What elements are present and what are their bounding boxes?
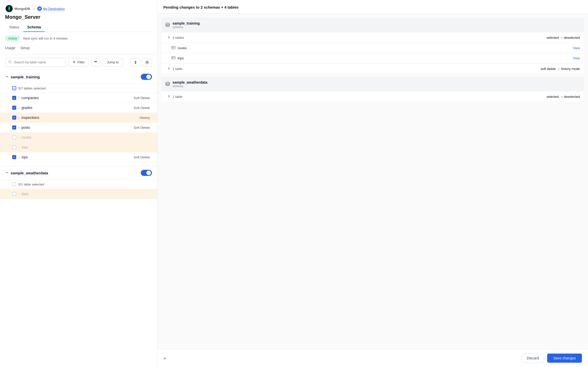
chevron-posts[interactable]: ›	[18, 125, 20, 130]
schema-card-sub-training: schema	[172, 25, 200, 29]
table-change-name-routes: routes	[178, 46, 573, 50]
checkbox-partial-weather[interactable]	[12, 182, 16, 186]
chevron-zips[interactable]: ›	[18, 155, 20, 159]
table-name-zips: zips	[22, 155, 134, 159]
status-bar: Active Next sync will run in 4 minutes	[0, 32, 157, 45]
sync-text: Next sync will run in 4 minutes	[23, 36, 67, 40]
checkbox-inspections[interactable]	[12, 116, 16, 120]
chevron-inspections[interactable]: ›	[18, 116, 20, 120]
search-box[interactable]	[5, 58, 66, 67]
checkbox-data[interactable]	[12, 192, 16, 196]
expand-button[interactable]: »	[163, 356, 166, 361]
mongodb-icon	[5, 5, 13, 13]
table-row-companies: › companies Soft Delete	[0, 93, 157, 103]
partial-select-training: 5/7 tables selected	[0, 84, 157, 93]
destination-link[interactable]: M My Destination	[37, 6, 65, 11]
main-tabs: Status Schema	[5, 23, 152, 32]
table-row-zips: › zips Soft Delete	[0, 152, 157, 162]
table-name-data: data	[22, 192, 152, 196]
sub-tabs: Usage Setup	[0, 45, 157, 54]
search-input[interactable]	[14, 60, 63, 64]
collapse-icon	[94, 60, 97, 64]
tables-count-label-3[interactable]: 1 table	[172, 95, 546, 99]
db-icon-training	[165, 23, 170, 28]
chevron-data[interactable]: ›	[18, 192, 20, 196]
breadcrumb: MongoDB → M My Destination	[5, 5, 152, 13]
breadcrumb-arrow: →	[32, 7, 35, 11]
change-row-weather-deselected: 1 table selected → deselected	[161, 91, 584, 102]
filter-icon	[72, 61, 76, 64]
toolbar-right	[131, 58, 152, 67]
schema-card-info-training: sample_training schema	[172, 21, 200, 29]
checkbox-routes[interactable]	[12, 135, 16, 139]
tab-status[interactable]: Status	[5, 23, 23, 32]
settings-button[interactable]	[142, 58, 152, 67]
partial-select-weather: 0/1 table selected	[0, 180, 157, 189]
table-row-trips: › trips	[0, 142, 157, 152]
sort-button[interactable]	[131, 58, 140, 67]
partial-count-training: 5/7 tables selected	[18, 86, 46, 90]
collapse-button[interactable]	[91, 58, 100, 67]
chevron-down-training[interactable]	[5, 75, 9, 79]
toggle-training[interactable]	[141, 74, 152, 80]
checkbox-companies[interactable]	[12, 96, 16, 100]
schema-name-weather: sample_weatherdata	[11, 171, 48, 175]
sync-mode-inspections: History	[140, 116, 150, 120]
pending-title: Pending changes to 2 schemas + 4 tables	[163, 5, 582, 9]
table-change-name-trips: trips	[178, 56, 573, 60]
active-badge: Active	[5, 35, 20, 41]
table-icon-trips	[171, 56, 176, 61]
schema-content: sample_training 5/7 tables selected › co…	[0, 70, 157, 367]
chevron-right-change2[interactable]	[167, 67, 170, 71]
db-icon-weather	[165, 82, 170, 87]
table-row-inspections: › inspections History	[0, 113, 157, 123]
svg-rect-7	[172, 46, 175, 49]
table-name-grades: grades	[22, 106, 134, 110]
tables-count-label-1[interactable]: 2 tables	[172, 36, 546, 40]
tab-usage[interactable]: Usage	[5, 45, 15, 51]
chevron-right-change3[interactable]	[167, 95, 170, 99]
toggle-weather[interactable]	[141, 170, 152, 176]
chevron-companies[interactable]: ›	[18, 96, 20, 100]
chevron-routes[interactable]: ›	[18, 135, 20, 139]
change-desc-3: selected → deselected	[546, 95, 580, 99]
toolbar: Filter Jump to	[0, 54, 157, 70]
schema-card-name-training: sample_training	[172, 21, 200, 25]
schema-header-training: sample_training	[0, 70, 157, 84]
chevron-grades[interactable]: ›	[18, 106, 20, 110]
table-icon-routes	[171, 46, 176, 50]
table-name-posts: posts	[22, 125, 134, 130]
source-label: MongoDB	[14, 7, 30, 11]
checkbox-zips[interactable]	[12, 155, 16, 159]
schema-card-name-weather: sample_weatherdata	[172, 80, 207, 84]
checkbox-grades[interactable]	[12, 106, 16, 110]
right-panel: Pending changes to 2 schemas + 4 tables …	[157, 0, 588, 367]
table-row-posts: › posts Soft Delete	[0, 123, 157, 133]
schema-card-header-training: sample_training schema	[161, 18, 584, 32]
svg-point-13	[166, 82, 169, 84]
tab-schema[interactable]: Schema	[23, 23, 45, 32]
right-content: sample_training schema 2 tables selected…	[157, 14, 588, 349]
view-link-trips[interactable]: View	[573, 56, 580, 60]
checkbox-posts[interactable]	[12, 125, 16, 130]
chevron-right-change1[interactable]	[167, 35, 170, 40]
table-name-trips: trips	[22, 145, 152, 149]
checkbox-partial-training[interactable]	[12, 86, 16, 90]
chevron-trips[interactable]: ›	[18, 145, 20, 149]
filter-button[interactable]: Filter	[68, 58, 89, 66]
view-link-routes[interactable]: View	[573, 46, 580, 50]
change-desc-1: selected → deselected	[546, 36, 580, 40]
jump-to-button[interactable]: Jump to	[103, 58, 123, 66]
right-header: Pending changes to 2 schemas + 4 tables	[157, 0, 588, 14]
sync-mode-posts: Soft Delete	[134, 126, 150, 130]
chevron-down-weather[interactable]	[5, 171, 9, 175]
table-name-companies: companies	[22, 96, 134, 100]
left-panel: MongoDB → M My Destination Mongo_Server …	[0, 0, 157, 367]
tables-count-label-2[interactable]: 1 table	[172, 67, 541, 71]
server-name: Mongo_Server	[5, 14, 152, 20]
discard-button[interactable]: Discard	[522, 353, 544, 363]
tab-setup[interactable]: Setup	[20, 45, 30, 51]
checkbox-trips[interactable]	[12, 145, 16, 149]
schema-title-row: sample_training	[5, 75, 40, 79]
save-changes-button[interactable]: Save changes	[547, 354, 582, 363]
